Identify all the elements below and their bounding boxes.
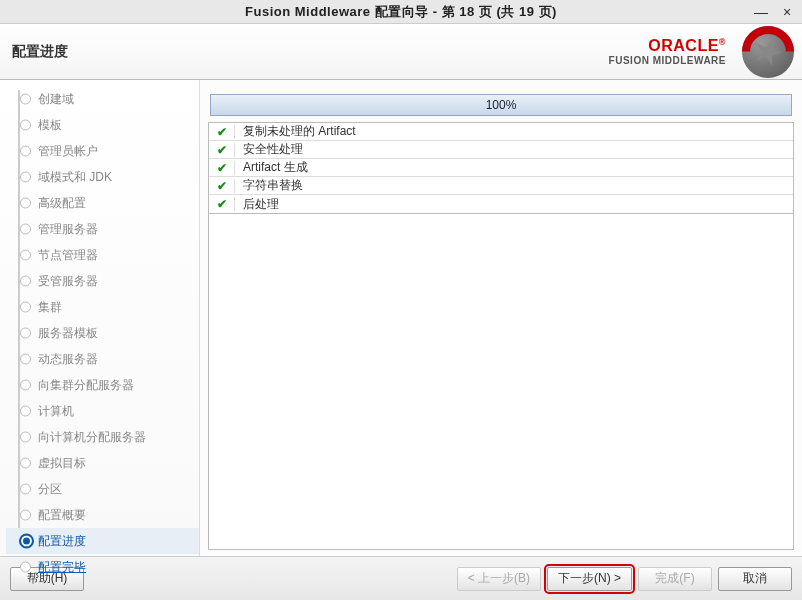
cancel-button[interactable]: 取消 (718, 567, 792, 591)
check-icon: ✔ (209, 125, 235, 139)
wizard-step-4: 高级配置 (6, 190, 199, 216)
close-button[interactable]: × (778, 4, 796, 20)
log-area (208, 214, 794, 550)
finish-button: 完成(F) (638, 567, 712, 591)
check-icon: ✔ (209, 197, 235, 211)
wizard-step-0: 创建域 (6, 86, 199, 112)
wizard-step-15: 分区 (6, 476, 199, 502)
window-title: Fusion Middleware 配置向导 - 第 18 页 (共 19 页) (245, 3, 557, 21)
wizard-step-16: 配置概要 (6, 502, 199, 528)
progress-percent: 100% (486, 98, 517, 112)
brand-fusion: FUSION MIDDLEWARE (609, 55, 726, 66)
wizard-step-10: 动态服务器 (6, 346, 199, 372)
progress-wrap: 100% (208, 86, 794, 122)
check-icon: ✔ (209, 143, 235, 157)
check-icon: ✔ (209, 161, 235, 175)
wizard-step-7: 受管服务器 (6, 268, 199, 294)
brand-text: ORACLE® FUSION MIDDLEWARE (609, 37, 726, 66)
wizard-steps-sidebar: 创建域模板管理员帐户域模式和 JDK高级配置管理服务器节点管理器受管服务器集群服… (0, 80, 200, 556)
task-table: ✔复制未处理的 Artifact✔安全性处理✔Artifact 生成✔字符串替换… (208, 122, 794, 214)
wizard-step-2: 管理员帐户 (6, 138, 199, 164)
main-panel: 100% ✔复制未处理的 Artifact✔安全性处理✔Artifact 生成✔… (200, 80, 802, 556)
wizard-step-9: 服务器模板 (6, 320, 199, 346)
task-row: ✔安全性处理 (209, 141, 793, 159)
wizard-step-6: 节点管理器 (6, 242, 199, 268)
task-label: Artifact 生成 (235, 159, 316, 176)
body: 创建域模板管理员帐户域模式和 JDK高级配置管理服务器节点管理器受管服务器集群服… (0, 80, 802, 556)
task-label: 后处理 (235, 196, 287, 213)
task-row: ✔复制未处理的 Artifact (209, 123, 793, 141)
next-button[interactable]: 下一步(N) > (547, 567, 632, 591)
brand-gear-icon (742, 26, 794, 78)
wizard-step-17[interactable]: 配置进度 (6, 528, 199, 554)
wizard-step-5: 管理服务器 (6, 216, 199, 242)
wizard-step-18[interactable]: 配置完毕 (6, 554, 199, 580)
minimize-button[interactable]: — (752, 4, 770, 20)
brand-oracle: ORACLE® (609, 37, 726, 55)
wizard-step-12: 计算机 (6, 398, 199, 424)
window-controls: — × (752, 4, 796, 20)
wizard-step-8: 集群 (6, 294, 199, 320)
task-label: 安全性处理 (235, 141, 311, 158)
wizard-step-11: 向集群分配服务器 (6, 372, 199, 398)
wizard-step-1: 模板 (6, 112, 199, 138)
brand: ORACLE® FUSION MIDDLEWARE (609, 26, 794, 78)
check-icon: ✔ (209, 179, 235, 193)
titlebar: Fusion Middleware 配置向导 - 第 18 页 (共 19 页)… (0, 0, 802, 24)
wizard-step-14: 虚拟目标 (6, 450, 199, 476)
task-row: ✔字符串替换 (209, 177, 793, 195)
progress-bar: 100% (210, 94, 792, 116)
back-button: < 上一步(B) (457, 567, 541, 591)
task-label: 字符串替换 (235, 177, 311, 194)
task-row: ✔Artifact 生成 (209, 159, 793, 177)
wizard-step-3: 域模式和 JDK (6, 164, 199, 190)
task-label: 复制未处理的 Artifact (235, 123, 364, 140)
header: 配置进度 ORACLE® FUSION MIDDLEWARE (0, 24, 802, 80)
task-row: ✔后处理 (209, 195, 793, 213)
wizard-step-13: 向计算机分配服务器 (6, 424, 199, 450)
page-title: 配置进度 (12, 43, 68, 61)
